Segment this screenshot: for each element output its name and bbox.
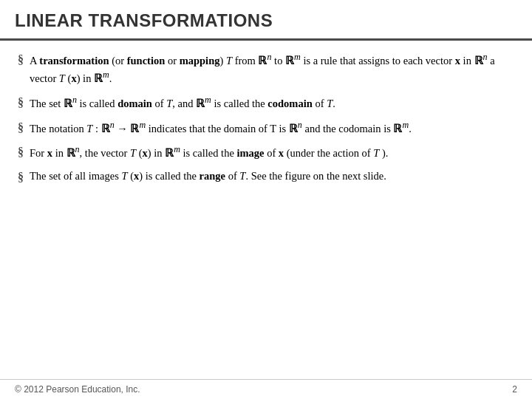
list-item: § A transformation (or function or mappi… [18,51,514,86]
list-item: § The notation T : ℝn → ℝm indicates tha… [18,119,514,137]
page-number: 2 [512,384,517,395]
list-item: § For x in ℝn, the vector T (x) in ℝm is… [18,143,514,161]
bullet-text-2: The set ℝn is called domain of T, and ℝm… [30,94,514,112]
slide: LINEAR TRANSFORMATIONS § A transformatio… [0,0,532,399]
bullet-symbol: § [18,119,24,136]
bullet-text-3: The notation T : ℝn → ℝm indicates that … [30,119,514,137]
bullet-text-5: The set of all images T (x) is called th… [30,168,514,184]
slide-content: § A transformation (or function or mappi… [0,41,532,379]
bullet-text-4: For x in ℝn, the vector T (x) in ℝm is c… [30,143,514,161]
copyright-text: © 2012 Pearson Education, Inc. [15,384,140,395]
bullet-symbol: § [18,168,24,185]
bullet-symbol: § [18,94,24,111]
slide-footer: © 2012 Pearson Education, Inc. 2 [0,379,532,399]
bullet-symbol: § [18,143,24,160]
list-item: § The set of all images T (x) is called … [18,168,514,185]
bullet-list: § A transformation (or function or mappi… [18,51,514,185]
list-item: § The set ℝn is called domain of T, and … [18,94,514,112]
bullet-symbol: § [18,51,24,68]
title-bar: LINEAR TRANSFORMATIONS [0,0,532,41]
bullet-text-1: A transformation (or function or mapping… [30,51,514,86]
slide-title: LINEAR TRANSFORMATIONS [15,10,517,31]
